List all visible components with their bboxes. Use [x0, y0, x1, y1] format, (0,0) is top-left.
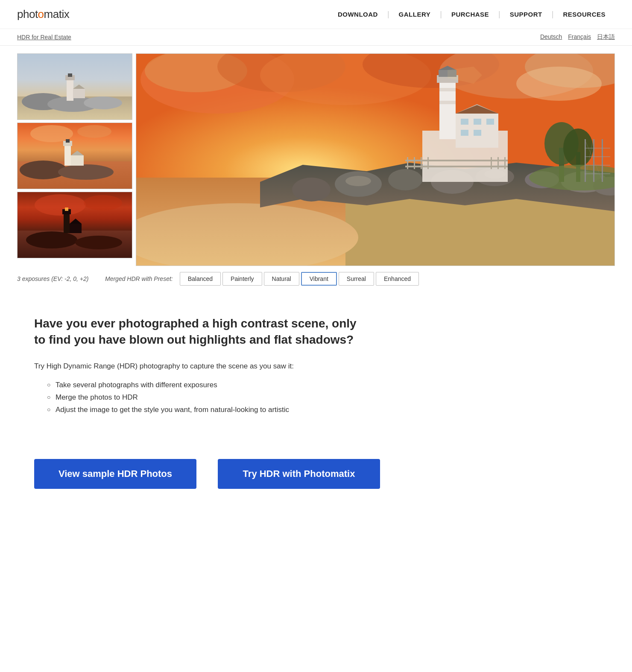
thumbnail-3-image — [18, 192, 132, 258]
nav-gallery[interactable]: GALLERY — [389, 11, 440, 18]
svg-rect-81 — [504, 157, 506, 169]
svg-rect-5 — [67, 79, 73, 101]
svg-rect-91 — [585, 156, 610, 157]
svg-rect-79 — [491, 157, 492, 169]
preset-natural[interactable]: Natural — [264, 272, 299, 286]
svg-rect-93 — [585, 173, 610, 174]
svg-rect-18 — [66, 139, 70, 143]
svg-point-23 — [84, 195, 122, 210]
thumbnail-2[interactable] — [17, 123, 132, 189]
thumbnails — [17, 53, 132, 266]
preset-painterly[interactable]: Painterly — [222, 272, 262, 286]
svg-rect-78 — [427, 157, 429, 169]
svg-rect-16 — [64, 144, 71, 166]
svg-rect-69 — [474, 119, 481, 125]
thumbnail-1-image — [18, 54, 132, 120]
svg-rect-60 — [439, 101, 456, 104]
preset-buttons: Balanced Painterly Natural Vibrant Surre… — [180, 272, 419, 286]
svg-rect-77 — [421, 157, 422, 169]
lang-deutsch[interactable]: Deutsch — [540, 33, 562, 41]
svg-point-22 — [35, 194, 86, 216]
preset-vibrant[interactable]: Vibrant — [301, 272, 337, 286]
bullet-list: Take several photographs with different … — [34, 379, 598, 416]
preset-surreal[interactable]: Surreal — [339, 272, 374, 286]
intro-text: Try High Dynamic Range (HDR) photography… — [34, 361, 598, 372]
svg-point-26 — [75, 236, 122, 249]
svg-rect-70 — [486, 119, 494, 125]
lang-francais[interactable]: Français — [568, 33, 591, 41]
nav-support[interactable]: SUPPORT — [500, 11, 552, 18]
sub-nav-right: Deutsch Français 日本語 — [540, 33, 615, 41]
svg-point-15 — [58, 164, 114, 180]
svg-rect-68 — [461, 119, 468, 125]
svg-point-12 — [77, 125, 111, 138]
logo-dot: o — [38, 8, 44, 20]
svg-rect-7 — [68, 73, 72, 77]
bullet-item-2: Merge the photos to HDR — [47, 392, 598, 404]
preset-balanced[interactable]: Balanced — [180, 272, 221, 286]
svg-rect-80 — [497, 157, 499, 169]
svg-point-49 — [388, 169, 422, 190]
caption-row: 3 exposures (EV: -2, 0, +2) Merged HDR w… — [0, 266, 632, 294]
svg-rect-30 — [70, 224, 82, 233]
cta-row: View sample HDR Photos Try HDR with Phot… — [0, 459, 632, 514]
svg-point-25 — [26, 231, 77, 248]
svg-rect-19 — [71, 155, 84, 166]
nav-download[interactable]: DOWNLOAD — [328, 11, 387, 18]
nav-links: DOWNLOAD | GALLERY | PURCHASE | SUPPORT … — [328, 10, 615, 19]
sub-nav: HDR for Real Estate Deutsch Français 日本語 — [0, 29, 632, 46]
svg-rect-71 — [461, 130, 468, 136]
svg-point-55 — [345, 176, 371, 186]
svg-point-4 — [84, 96, 122, 109]
svg-point-47 — [292, 178, 331, 202]
svg-rect-59 — [439, 88, 456, 91]
svg-rect-75 — [407, 157, 408, 169]
svg-rect-29 — [65, 207, 68, 211]
bullet-item-1: Take several photographs with different … — [47, 379, 598, 392]
sub-nav-left: HDR for Real Estate — [17, 33, 71, 41]
try-hdr-button[interactable]: Try HDR with Photomatix — [218, 459, 380, 489]
svg-rect-27 — [64, 213, 70, 233]
nav-purchase[interactable]: PURCHASE — [442, 11, 498, 18]
thumbnail-2-image — [18, 123, 132, 189]
bullet-item-3: Adjust the image to get the style you wa… — [47, 404, 598, 416]
exposure-label: 3 exposures (EV: -2, 0, +2) — [17, 275, 94, 282]
content-section: Have you ever photographed a high contra… — [0, 294, 632, 459]
gallery-section — [0, 46, 632, 266]
main-image — [136, 53, 615, 266]
svg-point-42 — [516, 67, 602, 101]
svg-rect-8 — [73, 89, 85, 98]
thumbnail-3[interactable] — [17, 192, 132, 258]
logo[interactable]: photomatix — [17, 8, 69, 21]
preset-label: Merged HDR with Preset: — [105, 275, 173, 282]
hdr-real-estate-link[interactable]: HDR for Real Estate — [17, 34, 71, 41]
svg-rect-72 — [474, 130, 481, 136]
main-nav: photomatix DOWNLOAD | GALLERY | PURCHASE… — [0, 0, 632, 29]
svg-rect-92 — [585, 165, 610, 166]
headline: Have you ever photographed a high contra… — [34, 316, 359, 348]
lang-japanese[interactable]: 日本語 — [597, 33, 615, 41]
preset-enhanced[interactable]: Enhanced — [376, 272, 419, 286]
svg-rect-76 — [414, 157, 415, 169]
nav-resources[interactable]: RESOURCES — [553, 11, 615, 18]
svg-rect-89 — [602, 139, 603, 182]
view-samples-button[interactable]: View sample HDR Photos — [34, 459, 196, 489]
thumbnail-1[interactable] — [17, 53, 132, 120]
